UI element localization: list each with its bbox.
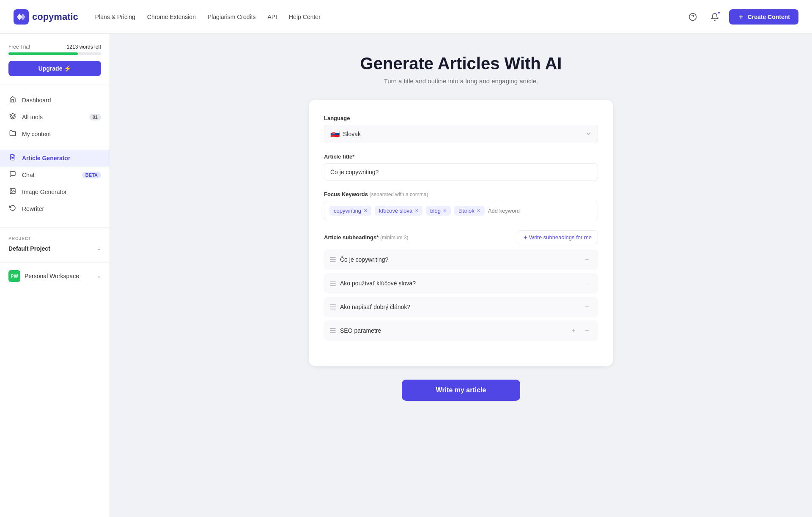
page-title: Generate Articles With AI	[360, 54, 562, 73]
nav-chrome-extension[interactable]: Chrome Extension	[147, 14, 196, 20]
trial-progress-bar	[8, 52, 101, 55]
subheadings-label: Article subheadings* (minimum 3)	[324, 234, 409, 241]
svg-point-9	[11, 190, 12, 191]
subheading-actions-3: −	[582, 302, 592, 312]
upgrade-button[interactable]: Upgrade ⚡	[8, 61, 101, 76]
drag-handle-3[interactable]	[330, 304, 336, 309]
language-field-group: Language 🇸🇰 Slovak	[324, 115, 598, 143]
rewriter-icon	[8, 205, 17, 213]
subheading-actions-2: −	[582, 278, 592, 288]
logo-text: copymatic	[32, 11, 78, 22]
write-subheadings-button[interactable]: ✦ Write subheadings for me	[517, 230, 598, 244]
article-title-input[interactable]	[324, 163, 598, 181]
main-nav: Plans & Pricing Chrome Extension Plagiar…	[95, 14, 685, 20]
project-chevron-icon: ⌄	[97, 246, 101, 252]
language-select[interactable]: 🇸🇰 Slovak	[324, 125, 598, 143]
language-label: Language	[324, 115, 598, 121]
sidebar-divider-3	[0, 262, 110, 263]
language-select-wrapper: 🇸🇰 Slovak	[324, 125, 598, 143]
workspace-left: PW Personal Workspace	[8, 270, 79, 282]
header-right: Create Content	[685, 9, 798, 25]
subheading-actions-1: −	[582, 254, 592, 265]
header: copymatic Plans & Pricing Chrome Extensi…	[0, 0, 812, 34]
keyword-tag-clanok: článok ×	[454, 206, 485, 216]
project-selector[interactable]: Default Project ⌄	[8, 243, 101, 254]
subheadings-header: Article subheadings* (minimum 3) ✦ Write…	[324, 230, 598, 244]
sidebar-item-dashboard[interactable]: Dashboard	[0, 92, 110, 109]
subheadings-field-group: Article subheadings* (minimum 3) ✦ Write…	[324, 230, 598, 341]
sidebar-divider-1	[0, 146, 110, 146]
subheading-text-3: Ako napísať dobrý článok?	[340, 304, 578, 310]
create-content-button[interactable]: Create Content	[729, 9, 798, 25]
chat-icon	[8, 171, 17, 179]
plus-icon	[738, 14, 744, 20]
folder-icon	[8, 130, 17, 138]
notifications-button[interactable]	[707, 9, 722, 25]
workspace-avatar: PW	[8, 270, 20, 282]
sidebar-item-article-generator[interactable]: Article Generator	[0, 150, 110, 167]
subheading-remove-1[interactable]: −	[582, 254, 592, 265]
language-value: Slovak	[343, 131, 361, 137]
subheading-actions-4: + −	[568, 326, 592, 336]
keyword-tag-blog: blog ×	[426, 206, 451, 216]
subheading-remove-4[interactable]: −	[582, 326, 592, 336]
keywords-sublabel: (separated with a comma)	[370, 191, 428, 197]
sidebar-item-chat[interactable]: Chat BETA	[0, 167, 110, 183]
chat-beta-badge: BETA	[82, 172, 101, 178]
keyword-remove-klucove-slova[interactable]: ×	[415, 208, 418, 213]
subheading-row-3: Ako napísať dobrý článok? −	[324, 297, 598, 317]
project-section: PROJECT Default Project ⌄	[0, 231, 110, 259]
image-icon	[8, 188, 17, 196]
subheading-row-4: SEO parametre + −	[324, 320, 598, 341]
subheading-row-1: Čo je copywriting? −	[324, 249, 598, 270]
workspace-item[interactable]: PW Personal Workspace ⌄	[0, 266, 110, 286]
keyword-remove-copywriting[interactable]: ×	[364, 208, 367, 213]
keyword-remove-clanok[interactable]: ×	[477, 208, 480, 213]
page-subtitle: Turn a title and outline into a long and…	[384, 77, 538, 85]
write-article-button[interactable]: Write my article	[402, 380, 520, 401]
subheading-remove-3[interactable]: −	[582, 302, 592, 312]
trial-progress-fill	[8, 52, 78, 55]
drag-handle-4[interactable]	[330, 328, 336, 333]
sidebar: Free Trial 1213 words left Upgrade ⚡ Das…	[0, 34, 110, 517]
subheading-remove-2[interactable]: −	[582, 278, 592, 288]
logo-icon	[14, 9, 29, 25]
sidebar-item-rewriter[interactable]: Rewriter	[0, 200, 110, 217]
sidebar-item-all-tools[interactable]: All tools 81	[0, 109, 110, 126]
language-chevron-icon	[585, 130, 592, 138]
subheadings-sublabel: (minimum 3)	[380, 235, 409, 241]
notification-dot	[717, 11, 721, 14]
svg-marker-5	[10, 113, 15, 116]
nav-plagiarism-credits[interactable]: Plagiarism Credits	[208, 14, 256, 20]
workspace-chevron-icon: ⌄	[97, 273, 101, 279]
article-title-field-group: Article title*	[324, 153, 598, 181]
keywords-label: Focus Keywords (separated with a comma)	[324, 191, 598, 197]
keyword-add-input[interactable]	[488, 208, 559, 214]
keyword-tag-copywriting: copywriting ×	[329, 206, 371, 216]
subheading-text-1: Čo je copywriting?	[340, 256, 578, 263]
sidebar-item-my-content[interactable]: My content	[0, 126, 110, 142]
trial-label: Free Trial	[8, 44, 30, 50]
subheading-text-4: SEO parametre	[340, 327, 564, 334]
language-select-inner: 🇸🇰 Slovak	[330, 129, 361, 139]
keyword-remove-blog[interactable]: ×	[443, 208, 447, 213]
article-form-card: Language 🇸🇰 Slovak Article title*	[309, 100, 613, 366]
nav-help-center[interactable]: Help Center	[289, 14, 321, 20]
bottom-center: Write my article	[309, 366, 613, 401]
drag-handle-2[interactable]	[330, 281, 336, 286]
sidebar-item-image-generator[interactable]: Image Generator	[0, 183, 110, 200]
home-icon	[8, 96, 17, 104]
drag-handle-1[interactable]	[330, 257, 336, 262]
keywords-container: copywriting × kľúčové slová × blog × člá…	[324, 201, 598, 220]
nav-api[interactable]: API	[268, 14, 277, 20]
document-icon	[8, 154, 17, 162]
main-content: Generate Articles With AI Turn a title a…	[110, 34, 812, 517]
trial-section: Free Trial 1213 words left Upgrade ⚡	[0, 44, 110, 85]
language-flag: 🇸🇰	[330, 129, 340, 139]
nav-plans-pricing[interactable]: Plans & Pricing	[95, 14, 135, 20]
help-icon-button[interactable]	[685, 9, 700, 25]
subheading-add-4[interactable]: +	[568, 326, 579, 336]
keyword-tag-klucove-slova: kľúčové slová ×	[375, 206, 422, 216]
logo[interactable]: copymatic	[14, 9, 78, 25]
project-name: Default Project	[8, 245, 50, 252]
